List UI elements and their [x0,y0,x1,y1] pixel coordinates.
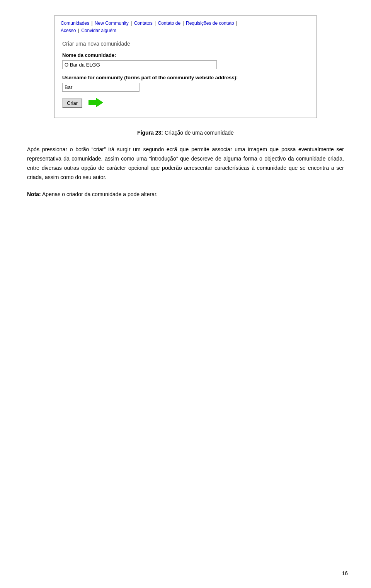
nav-sep-3: | [155,21,157,26]
nota-text: Nota: Apenas o criador da comunidade a p… [27,190,344,199]
nav-sep-2: | [131,21,133,26]
nav-sep-6: | [78,28,80,33]
figure-caption: Figura 23: Criação de uma comunidade [54,130,317,136]
button-row: Criar [62,97,309,109]
page-number: 16 [342,570,348,576]
nav-sep-4: | [183,21,185,26]
nota-content: Apenas o criador da comunidade a pode al… [41,191,158,197]
community-name-input[interactable] [62,60,217,69]
username-label: Username for community (forms part of th… [62,75,309,80]
nav-sep-1: | [91,21,94,26]
nav-convidar[interactable]: Convidar alguém [81,28,116,33]
nav-new-community[interactable]: New Community [95,21,129,26]
nav-requisicoes[interactable]: Requisições de contato [186,21,234,26]
nav-links: Comunidades | New Community | Contatos |… [61,20,310,34]
nav-acesso[interactable]: Acesso [61,28,76,33]
nav-comunidades[interactable]: Comunidades [61,21,89,26]
nota-label: Nota: [27,191,41,197]
community-name-label: Nome da comunidade: [62,52,309,58]
nav-sep-5: | [236,21,237,26]
figure-caption-bold: Figura 23: [137,130,163,136]
form-section: Criar uma nova comunidade Nome da comuni… [61,38,310,111]
figure-caption-text: Criação de uma comunidade [163,130,234,136]
form-title: Criar uma nova comunidade [62,41,309,47]
screenshot-box: Comunidades | New Community | Contatos |… [54,15,317,118]
nav-contatos[interactable]: Contatos [134,21,153,26]
username-input[interactable] [62,83,140,92]
svg-marker-0 [88,98,103,107]
nav-contato-de[interactable]: Contato de [158,21,181,26]
body-paragraph: Após pressionar o botão “criar” irá surg… [27,145,344,182]
criar-button[interactable]: Criar [62,98,82,108]
page-container: Comunidades | New Community | Contatos |… [0,0,371,588]
green-arrow-icon [88,97,104,109]
